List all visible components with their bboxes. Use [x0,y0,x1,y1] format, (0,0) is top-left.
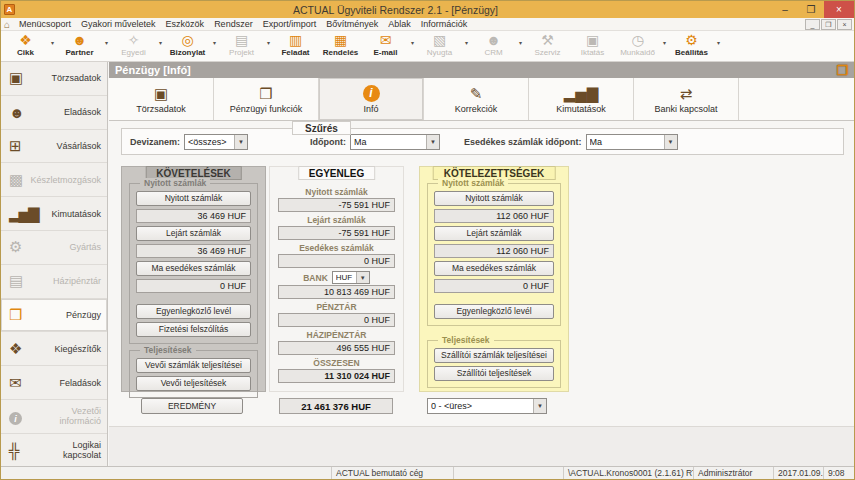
status-empty-cell [1,467,331,479]
archive-icon: ▣ [570,32,615,48]
email-dropdown-icon[interactable]: ▾ [408,39,417,46]
total-label: ÖSSZESEN [278,358,395,368]
menu-bar: ⌂ Menücsoport Gyakori műveletek Eszközök… [1,18,854,31]
menu-export-import[interactable]: Export/import [258,19,322,29]
liabilities-open-invoices-button[interactable]: Nyitott számlák [434,191,554,206]
sidebar-item-hazipenztar: ▤Házipénztár [1,265,107,299]
receivables-overdue-value: 36 469 HUF [136,244,251,258]
salesperson-icon: ☻ [9,104,35,121]
toolbar-partner-button[interactable]: ☻Partner [57,32,102,57]
sidebar-item-penzugy[interactable]: ❒Pénzügy [1,299,107,333]
sidebar-item-logikai-kapcsolat[interactable]: ╬Logikai kapcsolat [1,434,107,468]
sidebar-item-keszletmozgasok: ▩Készletmozgások [1,163,107,197]
module-tabbar: ▣Törzsadatok ❒Pénzügyi funkciók iInfó ✎K… [109,78,854,121]
cash-register-icon: ▤ [9,272,35,290]
sidebar-item-torzsadatok[interactable]: ▣Törzsadatok [1,62,107,96]
tab-banki-kapcsolat[interactable]: ⇄Banki kapcsolat [634,78,739,120]
due-filter-select[interactable]: Ma▼ [586,134,678,150]
cash-value: 0 HUF [278,313,395,327]
menu-rendszer[interactable]: Rendszer [209,19,258,29]
restore-button[interactable]: ❐ [798,1,824,18]
result-select[interactable]: 0 - <üres>▼ [427,398,547,414]
dropdown-arrow-icon[interactable]: ▼ [356,272,369,283]
home-cash-value: 496 555 HUF [278,341,395,355]
balance-overdue-label: Lejárt számlák [278,215,395,225]
safe-icon: ▣ [9,69,35,87]
beallitas-dropdown-icon[interactable]: ▾ [714,39,723,46]
sidebar: ▣Törzsadatok ☻Eladások ⊞Vásárlások ▩Kész… [1,62,108,466]
time-filter-select[interactable]: Ma▼ [350,134,440,150]
menu-gyakori-muveletek[interactable]: Gyakori műveletek [76,19,161,29]
cikk-dropdown-icon[interactable]: ▾ [48,39,57,46]
sidebar-item-feladasok[interactable]: ✉Feladások [1,366,107,400]
close-button[interactable]: × [824,1,854,18]
mdi-minimize-button[interactable]: _ [805,19,820,30]
key-icon: ✧ [111,32,156,48]
sidebar-item-eladasok[interactable]: ☻Eladások [1,96,107,130]
money-shortcut-icon[interactable]: ❒ [836,63,848,78]
toolbar-rendeles-button[interactable]: ▦Rendelés [318,32,363,57]
toolbar-szerviz-button: ⚒Szerviz [525,32,570,57]
gears-icon: ⚙ [9,238,35,256]
bizonylat-dropdown-icon[interactable]: ▾ [210,39,219,46]
toolbar-cikk-button[interactable]: ❖Cikk [3,32,48,57]
minimize-button[interactable]: – [772,1,798,18]
tab-info[interactable]: iInfó [319,78,424,120]
dropdown-arrow-icon[interactable]: ▼ [426,135,439,149]
toolbar-beallitas-button[interactable]: ⚙Beállítás [669,32,714,57]
receivables-due-today-button[interactable]: Ma esedékes számlák [136,261,251,276]
mdi-restore-button[interactable]: ❐ [821,19,836,30]
sidebar-item-kimutatasok[interactable]: ▂▅▇Kimutatások [1,197,107,231]
currency-filter-select[interactable]: <összes>▼ [184,134,248,150]
customer-invoice-fulfilments-button[interactable]: Vevői számlák teljesítései [136,358,251,373]
result-row: EREDMÉNY 21 461 376 HUF 0 - <üres>▼ [109,398,854,418]
chart-icon: ▂▅▇ [9,205,35,223]
liabilities-panel: KÖTELEZETTSÉGEK Nyitott számlák Nyitott … [419,166,569,392]
menu-eszkozok[interactable]: Eszközök [161,19,210,29]
dropdown-arrow-icon[interactable]: ▼ [533,399,546,413]
receivables-balance-letter-button[interactable]: Egyenlegközlő levél [136,304,251,319]
sidebar-item-vasarlasok[interactable]: ⊞Vásárlások [1,130,107,164]
liabilities-due-today-button[interactable]: Ma esedékes számlák [434,261,554,276]
toolbar-feladat-button[interactable]: ▥Feladat [273,32,318,57]
liabilities-overdue-invoices-button[interactable]: Lejárt számlák [434,226,554,241]
menu-menucsoport[interactable]: Menücsoport [14,19,76,29]
sidebar-item-kiegeszitok[interactable]: ❖Kiegészítők [1,332,107,366]
mdi-close-button[interactable]: × [837,19,852,30]
menu-informaciok[interactable]: Információk [416,19,473,29]
puzzle-icon: ❖ [9,340,35,358]
toolbar-email-button[interactable]: ✉E-mail [363,32,408,57]
bank-currency-select[interactable]: HUF▼ [332,271,370,284]
home-cash-label: HÁZIPÉNZTÁR [278,330,395,340]
customer-fulfilments-button[interactable]: Vevői teljesítések [136,376,251,391]
result-value: 21 461 376 HUF [279,398,393,414]
envelope-up-icon: ✉ [9,374,35,392]
tab-torzsadatok[interactable]: ▣Törzsadatok [109,78,214,120]
receivables-open-invoices-button[interactable]: Nyitott számlák [136,191,251,206]
home-icon[interactable]: ⌂ [4,19,10,30]
supplier-fulfilments-button[interactable]: Szállítói teljesítések [434,366,554,381]
manager-info-icon: i [9,408,35,426]
bottom-strip [109,426,854,466]
receivables-overdue-invoices-button[interactable]: Lejárt számlák [136,226,251,241]
partner-dropdown-icon[interactable]: ▾ [102,39,111,46]
dropdown-arrow-icon[interactable]: ▼ [664,135,677,149]
result-button[interactable]: EREDMÉNY [141,398,243,414]
info-icon: i [363,85,380,102]
receivables-open-group: Nyitott számlák Nyitott számlák 36 469 H… [129,183,258,344]
liabilities-overdue-value: 112 060 HUF [434,244,554,258]
munkaido-dropdown-icon: ▾ [660,39,669,46]
toolbar-bizonylat-button[interactable]: ◎Bizonylat [165,32,210,57]
receivables-due-today-value: 0 HUF [136,279,251,293]
tab-korrekciok[interactable]: ✎Korrekciók [424,78,529,120]
tab-penzugyi-funkciok[interactable]: ❒Pénzügyi funkciók [214,78,319,120]
tab-kimutatasok[interactable]: ▂▅▇Kimutatások [529,78,634,120]
liabilities-balance-letter-button[interactable]: Egyenlegközlő levél [434,304,554,319]
dropdown-arrow-icon[interactable]: ▼ [234,135,247,149]
title-bar: A ACTUAL Ügyviteli Rendszer 2.1 - [Pénzü… [1,1,854,18]
receivables-payment-notice-button[interactable]: Fizetési felszólítás [136,322,251,337]
supplier-invoice-fulfilments-button[interactable]: Szállítói számlák teljesítései [434,348,554,363]
status-empty-cell [453,467,563,479]
menu-ablak[interactable]: Ablak [383,19,416,29]
menu-bovitmenyek[interactable]: Bővítmények [321,19,383,29]
